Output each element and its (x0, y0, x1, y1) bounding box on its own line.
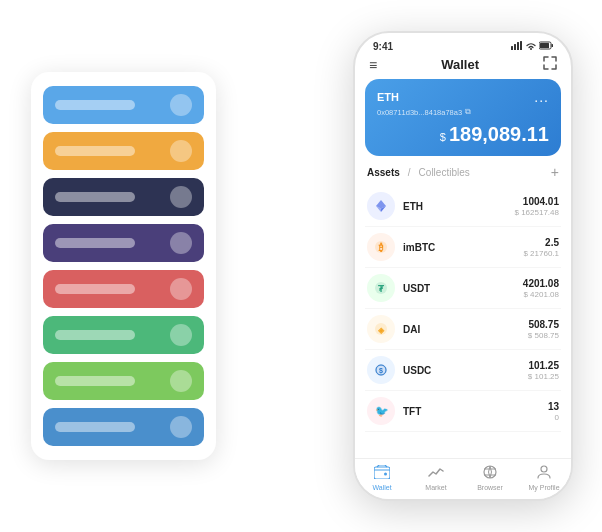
page-title: Wallet (441, 57, 479, 72)
svg-rect-0 (511, 46, 513, 50)
list-item[interactable] (43, 362, 204, 400)
card-icon (170, 324, 192, 346)
tab-assets[interactable]: Assets (367, 167, 400, 178)
nav-profile-label: My Profile (528, 484, 559, 491)
card-icon (170, 416, 192, 438)
table-row[interactable]: ◈ DAI 508.75 $ 508.75 (365, 309, 561, 350)
asset-amount-eth: 1004.01 $ 162517.48 (515, 196, 560, 217)
usdt-icon: ₮ (367, 274, 395, 302)
eth-label: ETH (377, 91, 399, 103)
svg-rect-20 (374, 467, 390, 479)
card-icon (170, 140, 192, 162)
asset-name-eth: ETH (403, 201, 515, 212)
card-bar (55, 146, 135, 156)
svg-rect-1 (514, 44, 516, 50)
usdc-icon: $ (367, 356, 395, 384)
wifi-icon (526, 42, 536, 52)
menu-icon[interactable]: ≡ (369, 58, 377, 72)
svg-rect-3 (520, 41, 522, 50)
tab-separator: / (408, 167, 411, 178)
asset-name-usdt: USDT (403, 283, 523, 294)
assets-header: Assets / Collectibles + (355, 164, 571, 186)
card-bar (55, 422, 135, 432)
svg-text:◈: ◈ (377, 326, 385, 335)
card-bar (55, 330, 135, 340)
signal-icon (511, 41, 523, 52)
list-item[interactable] (43, 408, 204, 446)
nav-wallet-label: Wallet (372, 484, 391, 491)
tft-icon: 🐦 (367, 397, 395, 425)
nav-market-label: Market (425, 484, 446, 491)
status-time: 9:41 (373, 41, 393, 52)
browser-nav-icon (482, 465, 498, 482)
svg-rect-5 (540, 43, 549, 48)
card-icon (170, 186, 192, 208)
list-item[interactable] (43, 270, 204, 308)
asset-amount-usdc: 101.25 $ 101.25 (528, 360, 559, 381)
dai-icon: ◈ (367, 315, 395, 343)
tab-collectibles[interactable]: Collectibles (419, 167, 470, 178)
asset-amount-tft: 13 0 (548, 401, 559, 422)
card-icon (170, 370, 192, 392)
asset-amount-dai: 508.75 $ 508.75 (528, 319, 559, 340)
table-row[interactable]: 🐦 TFT 13 0 (365, 391, 561, 432)
profile-nav-icon (536, 465, 552, 482)
table-row[interactable]: ₮ USDT 4201.08 $ 4201.08 (365, 268, 561, 309)
list-item[interactable] (43, 316, 204, 354)
nav-wallet[interactable]: Wallet (355, 465, 409, 491)
table-row[interactable]: ₿ imBTC 2.5 $ 21760.1 (365, 227, 561, 268)
svg-rect-2 (517, 42, 519, 50)
add-asset-button[interactable]: + (551, 164, 559, 180)
card-bar (55, 192, 135, 202)
nav-browser[interactable]: Browser (463, 465, 517, 491)
phone-mockup: 9:41 (353, 31, 573, 501)
asset-name-tft: TFT (403, 406, 548, 417)
eth-address: 0x08711d3b...8418a78a3 ⧉ (377, 107, 549, 117)
nav-profile[interactable]: My Profile (517, 465, 571, 491)
svg-text:$: $ (379, 367, 383, 375)
nav-browser-label: Browser (477, 484, 503, 491)
copy-icon[interactable]: ⧉ (465, 107, 471, 117)
card-bar (55, 376, 135, 386)
table-row[interactable]: $ USDC 101.25 $ 101.25 (365, 350, 561, 391)
list-item[interactable] (43, 178, 204, 216)
eth-more-button[interactable]: ... (534, 89, 549, 105)
card-bar (55, 284, 135, 294)
card-icon (170, 232, 192, 254)
card-icon (170, 278, 192, 300)
asset-name-usdc: USDC (403, 365, 528, 376)
battery-icon (539, 41, 553, 52)
svg-point-23 (541, 466, 547, 472)
expand-icon[interactable] (543, 56, 557, 73)
nav-market[interactable]: Market (409, 465, 463, 491)
scene: 9:41 (11, 11, 591, 521)
status-icons (511, 41, 553, 52)
card-icon (170, 94, 192, 116)
list-item[interactable] (43, 224, 204, 262)
status-bar: 9:41 (355, 33, 571, 54)
table-row[interactable]: ETH 1004.01 $ 162517.48 (365, 186, 561, 227)
list-item[interactable] (43, 132, 204, 170)
svg-text:₮: ₮ (378, 284, 385, 294)
eth-card[interactable]: ETH ... 0x08711d3b...8418a78a3 ⧉ $189,08… (365, 79, 561, 156)
list-item[interactable] (43, 86, 204, 124)
assets-tabs: Assets / Collectibles (367, 167, 470, 178)
asset-amount-imbtc: 2.5 $ 21760.1 (523, 237, 559, 258)
eth-card-header: ETH ... (377, 89, 549, 105)
asset-name-dai: DAI (403, 324, 528, 335)
card-stack (31, 72, 216, 460)
phone-header: ≡ Wallet (355, 54, 571, 79)
card-bar (55, 100, 135, 110)
imbtc-icon: ₿ (367, 233, 395, 261)
card-bar (55, 238, 135, 248)
bottom-nav: Wallet Market Browser My Profile (355, 458, 571, 499)
asset-amount-usdt: 4201.08 $ 4201.08 (523, 278, 559, 299)
wallet-nav-icon (374, 465, 390, 482)
eth-icon (367, 192, 395, 220)
asset-list: ETH 1004.01 $ 162517.48 ₿ imBTC 2.5 $ 21… (355, 186, 571, 458)
svg-point-21 (384, 473, 387, 476)
asset-name-imbtc: imBTC (403, 242, 523, 253)
svg-point-22 (484, 466, 496, 478)
currency-symbol: $ (440, 131, 446, 143)
eth-balance: $189,089.11 (377, 123, 549, 146)
